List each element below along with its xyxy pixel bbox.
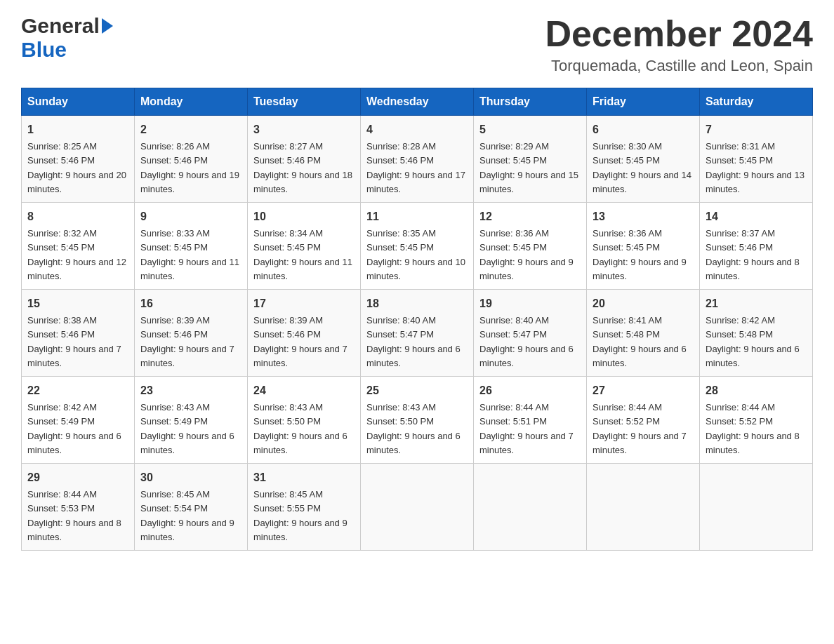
day-number: 21 bbox=[706, 295, 807, 312]
day-info: Sunrise: 8:43 AMSunset: 5:50 PMDaylight:… bbox=[366, 402, 461, 455]
day-info: Sunrise: 8:25 AMSunset: 5:46 PMDaylight:… bbox=[27, 141, 126, 194]
day-info: Sunrise: 8:31 AMSunset: 5:45 PMDaylight:… bbox=[706, 141, 805, 194]
day-cell: 16 Sunrise: 8:39 AMSunset: 5:46 PMDaylig… bbox=[135, 290, 248, 377]
day-info: Sunrise: 8:43 AMSunset: 5:50 PMDaylight:… bbox=[253, 402, 348, 455]
day-number: 27 bbox=[593, 382, 694, 399]
header-cell-monday: Monday bbox=[135, 88, 248, 116]
day-number: 30 bbox=[140, 469, 241, 486]
day-number: 1 bbox=[27, 121, 128, 138]
day-number: 31 bbox=[253, 469, 355, 486]
day-number: 29 bbox=[27, 469, 128, 486]
day-info: Sunrise: 8:41 AMSunset: 5:48 PMDaylight:… bbox=[593, 315, 687, 368]
day-info: Sunrise: 8:44 AMSunset: 5:51 PMDaylight:… bbox=[479, 402, 574, 455]
header-cell-tuesday: Tuesday bbox=[248, 88, 361, 116]
day-cell: 12 Sunrise: 8:36 AMSunset: 5:45 PMDaylig… bbox=[474, 203, 587, 290]
day-cell: 29 Sunrise: 8:44 AMSunset: 5:53 PMDaylig… bbox=[22, 464, 135, 551]
day-info: Sunrise: 8:40 AMSunset: 5:47 PMDaylight:… bbox=[479, 315, 574, 368]
day-cell: 28 Sunrise: 8:44 AMSunset: 5:52 PMDaylig… bbox=[700, 377, 813, 464]
day-number: 4 bbox=[366, 121, 468, 138]
location-subtitle: Torquemada, Castille and Leon, Spain bbox=[545, 57, 813, 75]
day-cell: 24 Sunrise: 8:43 AMSunset: 5:50 PMDaylig… bbox=[248, 377, 361, 464]
day-cell bbox=[361, 464, 474, 551]
day-number: 17 bbox=[253, 295, 355, 312]
header-row: SundayMondayTuesdayWednesdayThursdayFrid… bbox=[22, 88, 813, 116]
day-info: Sunrise: 8:44 AMSunset: 5:52 PMDaylight:… bbox=[593, 402, 687, 455]
day-info: Sunrise: 8:45 AMSunset: 5:54 PMDaylight:… bbox=[140, 489, 234, 542]
week-row-1: 1 Sunrise: 8:25 AMSunset: 5:46 PMDayligh… bbox=[22, 116, 813, 203]
day-cell: 31 Sunrise: 8:45 AMSunset: 5:55 PMDaylig… bbox=[248, 464, 361, 551]
day-number: 3 bbox=[253, 121, 355, 138]
calendar-header: SundayMondayTuesdayWednesdayThursdayFrid… bbox=[22, 88, 813, 116]
day-info: Sunrise: 8:37 AMSunset: 5:46 PMDaylight:… bbox=[706, 228, 800, 281]
day-number: 16 bbox=[140, 295, 241, 312]
day-info: Sunrise: 8:36 AMSunset: 5:45 PMDaylight:… bbox=[479, 228, 574, 281]
day-cell: 8 Sunrise: 8:32 AMSunset: 5:45 PMDayligh… bbox=[22, 203, 135, 290]
day-cell: 22 Sunrise: 8:42 AMSunset: 5:49 PMDaylig… bbox=[22, 377, 135, 464]
day-number: 24 bbox=[253, 382, 355, 399]
week-row-4: 22 Sunrise: 8:42 AMSunset: 5:49 PMDaylig… bbox=[22, 377, 813, 464]
day-number: 25 bbox=[366, 382, 468, 399]
day-number: 14 bbox=[706, 208, 807, 225]
day-number: 5 bbox=[479, 121, 581, 138]
day-cell: 1 Sunrise: 8:25 AMSunset: 5:46 PMDayligh… bbox=[22, 116, 135, 203]
day-cell: 10 Sunrise: 8:34 AMSunset: 5:45 PMDaylig… bbox=[248, 203, 361, 290]
day-number: 20 bbox=[593, 295, 694, 312]
header-cell-sunday: Sunday bbox=[22, 88, 135, 116]
day-cell: 17 Sunrise: 8:39 AMSunset: 5:46 PMDaylig… bbox=[248, 290, 361, 377]
day-info: Sunrise: 8:28 AMSunset: 5:46 PMDaylight:… bbox=[366, 141, 465, 194]
day-info: Sunrise: 8:36 AMSunset: 5:45 PMDaylight:… bbox=[593, 228, 687, 281]
day-cell: 27 Sunrise: 8:44 AMSunset: 5:52 PMDaylig… bbox=[587, 377, 700, 464]
day-cell bbox=[587, 464, 700, 551]
header-cell-friday: Friday bbox=[587, 88, 700, 116]
day-number: 23 bbox=[140, 382, 241, 399]
day-cell: 21 Sunrise: 8:42 AMSunset: 5:48 PMDaylig… bbox=[700, 290, 813, 377]
day-cell: 30 Sunrise: 8:45 AMSunset: 5:54 PMDaylig… bbox=[135, 464, 248, 551]
day-number: 28 bbox=[706, 382, 807, 399]
day-number: 15 bbox=[27, 295, 128, 312]
day-cell: 13 Sunrise: 8:36 AMSunset: 5:45 PMDaylig… bbox=[587, 203, 700, 290]
day-cell: 19 Sunrise: 8:40 AMSunset: 5:47 PMDaylig… bbox=[474, 290, 587, 377]
day-info: Sunrise: 8:30 AMSunset: 5:45 PMDaylight:… bbox=[593, 141, 691, 194]
day-number: 9 bbox=[140, 208, 241, 225]
day-cell: 2 Sunrise: 8:26 AMSunset: 5:46 PMDayligh… bbox=[135, 116, 248, 203]
day-info: Sunrise: 8:39 AMSunset: 5:46 PMDaylight:… bbox=[140, 315, 234, 368]
header-cell-thursday: Thursday bbox=[474, 88, 587, 116]
week-row-3: 15 Sunrise: 8:38 AMSunset: 5:46 PMDaylig… bbox=[22, 290, 813, 377]
day-cell: 3 Sunrise: 8:27 AMSunset: 5:46 PMDayligh… bbox=[248, 116, 361, 203]
day-info: Sunrise: 8:45 AMSunset: 5:55 PMDaylight:… bbox=[253, 489, 348, 542]
day-cell: 7 Sunrise: 8:31 AMSunset: 5:45 PMDayligh… bbox=[700, 116, 813, 203]
month-title: December 2024 bbox=[545, 14, 813, 54]
logo-general-text: General bbox=[21, 14, 100, 38]
week-row-2: 8 Sunrise: 8:32 AMSunset: 5:45 PMDayligh… bbox=[22, 203, 813, 290]
day-info: Sunrise: 8:34 AMSunset: 5:45 PMDaylight:… bbox=[253, 228, 352, 281]
day-number: 8 bbox=[27, 208, 128, 225]
day-cell: 9 Sunrise: 8:33 AMSunset: 5:45 PMDayligh… bbox=[135, 203, 248, 290]
day-cell: 18 Sunrise: 8:40 AMSunset: 5:47 PMDaylig… bbox=[361, 290, 474, 377]
day-info: Sunrise: 8:44 AMSunset: 5:52 PMDaylight:… bbox=[706, 402, 800, 455]
day-cell: 4 Sunrise: 8:28 AMSunset: 5:46 PMDayligh… bbox=[361, 116, 474, 203]
day-cell: 11 Sunrise: 8:35 AMSunset: 5:45 PMDaylig… bbox=[361, 203, 474, 290]
day-cell: 26 Sunrise: 8:44 AMSunset: 5:51 PMDaylig… bbox=[474, 377, 587, 464]
day-info: Sunrise: 8:40 AMSunset: 5:47 PMDaylight:… bbox=[366, 315, 461, 368]
day-cell: 15 Sunrise: 8:38 AMSunset: 5:46 PMDaylig… bbox=[22, 290, 135, 377]
day-number: 19 bbox=[479, 295, 581, 312]
day-number: 22 bbox=[27, 382, 128, 399]
day-info: Sunrise: 8:42 AMSunset: 5:48 PMDaylight:… bbox=[706, 315, 800, 368]
day-number: 11 bbox=[366, 208, 468, 225]
calendar-table: SundayMondayTuesdayWednesdayThursdayFrid… bbox=[21, 88, 813, 551]
day-number: 7 bbox=[706, 121, 807, 138]
page-header: General Blue December 2024 Torquemada, C… bbox=[21, 14, 813, 75]
day-info: Sunrise: 8:26 AMSunset: 5:46 PMDaylight:… bbox=[140, 141, 239, 194]
day-info: Sunrise: 8:35 AMSunset: 5:45 PMDaylight:… bbox=[366, 228, 465, 281]
day-info: Sunrise: 8:27 AMSunset: 5:46 PMDaylight:… bbox=[253, 141, 352, 194]
day-info: Sunrise: 8:43 AMSunset: 5:49 PMDaylight:… bbox=[140, 402, 234, 455]
header-cell-saturday: Saturday bbox=[700, 88, 813, 116]
day-cell: 5 Sunrise: 8:29 AMSunset: 5:45 PMDayligh… bbox=[474, 116, 587, 203]
day-cell: 6 Sunrise: 8:30 AMSunset: 5:45 PMDayligh… bbox=[587, 116, 700, 203]
day-info: Sunrise: 8:33 AMSunset: 5:45 PMDaylight:… bbox=[140, 228, 239, 281]
day-number: 2 bbox=[140, 121, 241, 138]
day-cell: 25 Sunrise: 8:43 AMSunset: 5:50 PMDaylig… bbox=[361, 377, 474, 464]
day-number: 26 bbox=[479, 382, 581, 399]
logo-triangle-icon bbox=[102, 18, 113, 34]
day-info: Sunrise: 8:39 AMSunset: 5:46 PMDaylight:… bbox=[253, 315, 348, 368]
